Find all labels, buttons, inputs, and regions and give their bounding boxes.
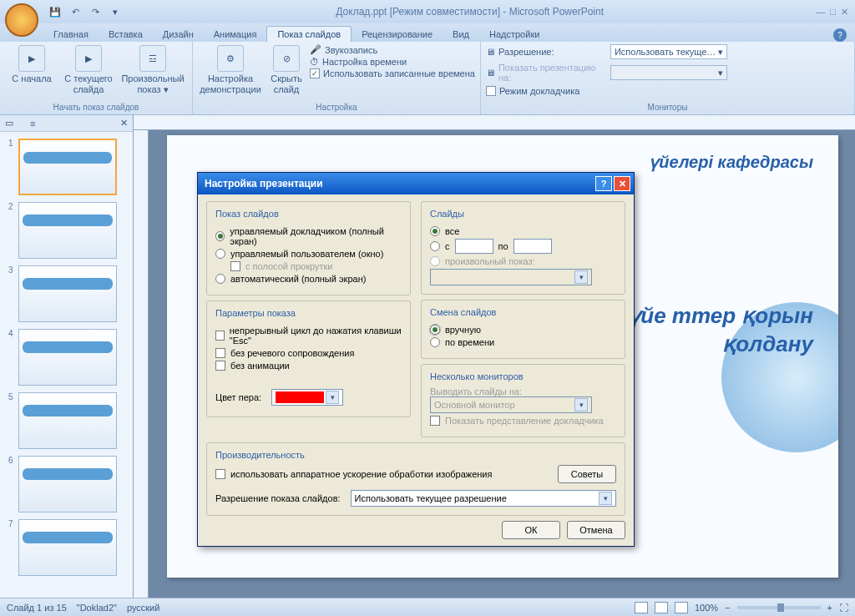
ok-button[interactable]: ОК xyxy=(502,521,560,539)
slide-thumb-6[interactable]: 6 xyxy=(8,456,124,512)
pen-color-dropdown[interactable]: ▾ xyxy=(271,389,343,406)
slide-thumb-5[interactable]: 5 xyxy=(8,392,124,449)
check-loop-esc[interactable]: непрерывный цикл до нажатия клавиши "Esc… xyxy=(215,326,402,346)
fit-window-icon[interactable]: ⛶ xyxy=(839,603,848,613)
group-opts-title: Параметры показа xyxy=(212,308,299,318)
window-title: Доклад.ppt [Режим совместимости] - Micro… xyxy=(124,6,816,18)
radio-user-window[interactable]: управляемый пользователем (окно) xyxy=(215,249,402,259)
zoom-percent[interactable]: 100% xyxy=(695,603,718,613)
slideshow-res-dropdown[interactable]: Использовать текущее разрешение▾ xyxy=(351,490,616,507)
pen-color-label: Цвет пера: xyxy=(215,392,261,402)
from-spin[interactable] xyxy=(455,239,493,254)
thumbnails-panel: ▭ ≡ ✕ 1 2 3 4 5 6 7 xyxy=(0,115,134,598)
tab-design[interactable]: Дизайн xyxy=(153,27,204,42)
rehearse-timings-button[interactable]: ⏱Настройка времени xyxy=(310,56,475,68)
group-advance-title: Смена слайдов xyxy=(427,307,499,317)
resolution-dropdown[interactable]: Использовать текуще…▾ xyxy=(610,44,727,59)
radio-presenter-full[interactable]: управляемый докладчиком (полный экран) xyxy=(215,226,402,246)
show-on-dropdown[interactable]: ▾ xyxy=(610,65,727,80)
slide-thumb-3[interactable]: 3 xyxy=(8,265,124,322)
monitor-dropdown: Основной монитор▾ xyxy=(430,396,592,413)
zoom-out-icon[interactable]: − xyxy=(725,603,730,613)
check-hw-accel[interactable]: использовать аппаратное ускорение обрабо… xyxy=(215,469,558,479)
to-spin[interactable] xyxy=(514,239,552,254)
radio-manual[interactable]: вручную xyxy=(430,325,616,335)
radio-all-slides[interactable]: все xyxy=(430,226,616,236)
setup-icon: ⚙ xyxy=(217,45,244,72)
ruler-horizontal xyxy=(134,115,855,130)
tab-insert[interactable]: Вставка xyxy=(99,27,153,42)
hide-slide-icon: ⊘ xyxy=(273,45,300,72)
tab-view[interactable]: Вид xyxy=(443,27,479,42)
setup-show-dialog: Настройка презентации ? ✕ Показ слайдов … xyxy=(197,172,635,547)
outline-tab-icon[interactable]: ≡ xyxy=(30,119,35,129)
resolution-label: Разрешение: xyxy=(498,47,607,57)
hide-slide-button[interactable]: ⊘Скрыть слайд xyxy=(266,43,306,96)
radio-by-time[interactable]: по времени xyxy=(430,337,616,347)
group-monitors-label: Мониторы xyxy=(486,103,849,113)
sorter-view-button[interactable] xyxy=(655,602,668,613)
monitor-icon: 🖥 xyxy=(486,68,495,78)
tab-animation[interactable]: Анимация xyxy=(204,27,267,42)
normal-view-button[interactable] xyxy=(635,602,648,613)
check-no-animation[interactable]: без анимации xyxy=(215,361,402,371)
custom-show-icon: ☲ xyxy=(139,45,166,72)
tab-review[interactable]: Рецензирование xyxy=(352,27,443,42)
titlebar: 💾 ↶ ↷ ▾ Доклад.ppt [Режим совместимости]… xyxy=(0,0,855,23)
dialog-help-button[interactable]: ? xyxy=(595,176,612,191)
slideshow-res-label: Разрешение показа слайдов: xyxy=(215,493,341,503)
tab-addins[interactable]: Надстройки xyxy=(479,27,549,42)
dialog-titlebar[interactable]: Настройка презентации ? ✕ xyxy=(198,173,634,194)
minimize-icon[interactable]: — xyxy=(816,7,825,18)
record-narration-button[interactable]: 🎤Звукозапись xyxy=(310,43,475,56)
slide-thumb-2[interactable]: 2 xyxy=(8,202,124,259)
checkbox-icon xyxy=(486,86,496,96)
zoom-slider[interactable] xyxy=(737,606,821,609)
custom-show-dropdown: ▾ xyxy=(430,269,592,285)
ribbon: ▶С начала ▶С текущего слайда ☲Произвольн… xyxy=(0,42,855,115)
from-current-button[interactable]: ▶С текущего слайда xyxy=(62,43,115,96)
help-icon[interactable]: ? xyxy=(833,28,847,42)
redo-icon[interactable]: ↷ xyxy=(87,3,104,20)
custom-show-button[interactable]: ☲Произвольный показ ▾ xyxy=(119,43,187,96)
dialog-close-button[interactable]: ✕ xyxy=(614,176,630,191)
check-no-narration[interactable]: без речевого сопровождения xyxy=(215,348,402,358)
presenter-view-check[interactable]: Режим докладчика xyxy=(486,85,849,97)
cancel-button[interactable]: Отмена xyxy=(567,521,625,539)
group-start-label: Начать показ слайдов xyxy=(5,103,187,113)
tab-slideshow[interactable]: Показ слайдов xyxy=(266,26,352,42)
maximize-icon[interactable]: □ xyxy=(830,7,836,18)
dialog-title: Настройка презентации xyxy=(201,178,594,189)
status-slide: Слайд 1 из 15 xyxy=(7,603,67,613)
save-icon[interactable]: 💾 xyxy=(47,3,63,20)
chevron-down-icon: ▾ xyxy=(718,47,723,58)
from-start-button[interactable]: ▶С начала xyxy=(5,43,58,86)
ribbon-tabs: Главная Вставка Дизайн Анимация Показ сл… xyxy=(0,23,855,42)
undo-icon[interactable]: ↶ xyxy=(67,3,83,20)
office-button[interactable] xyxy=(5,3,38,37)
slideshow-view-button[interactable] xyxy=(675,602,688,613)
close-pane-icon[interactable]: ✕ xyxy=(120,118,128,129)
slides-tab-icon[interactable]: ▭ xyxy=(5,118,13,129)
show-on-label: Показать презентацию на: xyxy=(498,63,607,83)
play-current-icon: ▶ xyxy=(75,45,102,72)
use-timings-check[interactable]: ✓Использовать записанные времена xyxy=(310,68,475,79)
mic-icon: 🎤 xyxy=(310,44,321,55)
tab-home[interactable]: Главная xyxy=(43,27,99,42)
tips-button[interactable]: Советы xyxy=(558,465,616,483)
radio-auto-full[interactable]: автоматический (полный экран) xyxy=(215,274,402,284)
qat-dropdown-icon[interactable]: ▾ xyxy=(107,3,124,20)
slide-thumb-7[interactable]: 7 xyxy=(8,519,124,576)
close-icon[interactable]: ✕ xyxy=(841,7,848,18)
slide-thumb-1[interactable]: 1 xyxy=(8,139,124,195)
setup-show-button[interactable]: ⚙Настройка демонстрации xyxy=(198,43,263,96)
statusbar: Слайд 1 из 15 "Doklad2" русский 100% − +… xyxy=(0,598,855,616)
slide-header-text: үйелері кафедрасы xyxy=(649,152,813,172)
ruler-vertical xyxy=(134,130,149,598)
radio-custom-show: произвольный показ: xyxy=(430,256,616,266)
radio-slide-range[interactable]: спо xyxy=(430,239,616,254)
zoom-in-icon[interactable]: + xyxy=(827,603,832,613)
slide-thumb-4[interactable]: 4 xyxy=(8,329,124,386)
status-lang[interactable]: русский xyxy=(127,603,159,613)
clock-icon: ⏱ xyxy=(310,57,319,67)
